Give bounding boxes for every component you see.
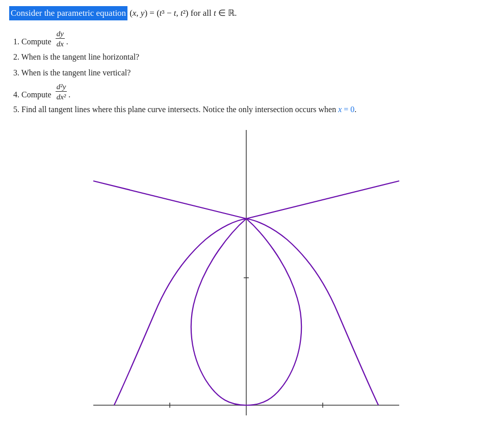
q4-period: . [68, 88, 70, 101]
q1-numerator: dy [56, 30, 65, 39]
question-3: 3. When is the tangent line vertical? [13, 66, 483, 80]
q1-denominator: dx [56, 39, 65, 48]
parametric-graph [88, 125, 404, 431]
q1-period: . [66, 35, 68, 48]
q4-fraction: d²y dx² [56, 83, 67, 101]
q2-text: 2. When is the tangent line horizontal? [13, 50, 139, 64]
highlight-text: Consider the parametric equation [9, 6, 127, 20]
question-1: 1. Compute dy dx . [13, 30, 483, 48]
q4-numerator: d²y [56, 83, 67, 92]
graph-container [9, 125, 483, 431]
header-line: Consider the parametric equation (x, y) … [9, 6, 483, 20]
q3-text: 3. When is the tangent line vertical? [13, 66, 131, 80]
question-2: 2. When is the tangent line horizontal? [13, 50, 483, 64]
question-4: 4. Compute d²y dx² . [13, 83, 483, 101]
question-5: 5. Find all tangent lines where this pla… [13, 103, 483, 116]
q4-number: 4. Compute [13, 88, 51, 101]
left-tangent-line [93, 181, 246, 219]
q5-math: x = 0 [338, 105, 354, 114]
q1-number: 1. Compute [13, 35, 51, 48]
q5-text-plain: 5. Find all tangent lines where this pla… [13, 105, 356, 114]
q1-fraction: dy dx [56, 30, 65, 48]
q4-denominator: dx² [56, 92, 67, 101]
right-tangent-line [246, 181, 399, 219]
header-formula: (x, y) = (t³ − t, t²) for all t ∈ ℝ. [130, 7, 237, 20]
questions-list: 1. Compute dy dx . 2. When is the tangen… [13, 30, 483, 116]
